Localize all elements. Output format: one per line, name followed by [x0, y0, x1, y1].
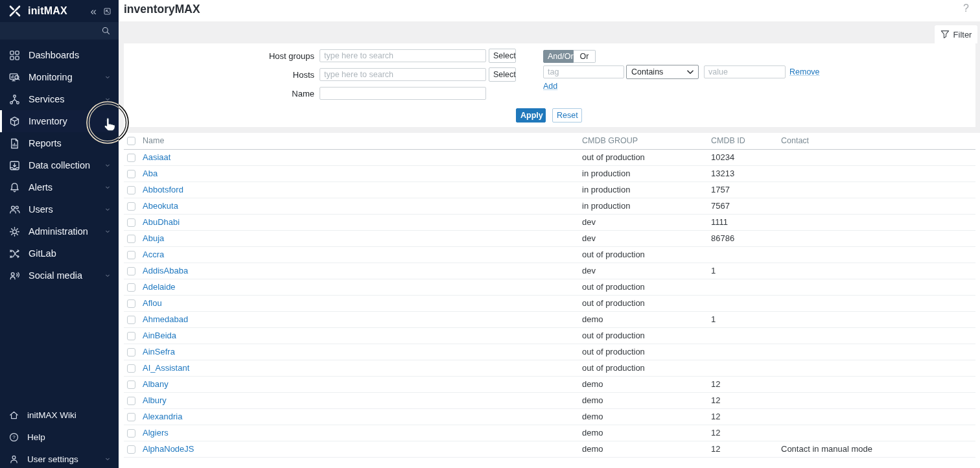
sidebar-item-monitoring[interactable]: Monitoring: [0, 66, 119, 88]
sidebar-item-services[interactable]: Services: [0, 88, 119, 110]
sidebar-item-gitlab[interactable]: GitLab: [0, 242, 119, 264]
host-name-link[interactable]: Ahmedabad: [143, 314, 188, 324]
chevron-down-icon: [106, 229, 112, 234]
sidebar-search[interactable]: [0, 22, 119, 40]
row-checkbox[interactable]: [127, 170, 135, 178]
sidebar-item-data-collection[interactable]: Data collection: [0, 154, 119, 176]
tag-condition-select[interactable]: Contains: [626, 65, 699, 79]
host-name-link[interactable]: Accra: [143, 250, 164, 259]
row-checkbox[interactable]: [127, 380, 135, 389]
hosts-input[interactable]: [320, 68, 486, 81]
chevron-down-icon: [106, 163, 112, 168]
column-header-name[interactable]: Name: [139, 133, 579, 149]
row-checkbox[interactable]: [127, 332, 135, 340]
popout-icon[interactable]: [102, 6, 112, 16]
table-row: AddisAbaba dev 1: [124, 263, 975, 279]
host-name-link[interactable]: Abbotsford: [143, 185, 183, 194]
contact-cell: [778, 181, 975, 198]
row-checkbox[interactable]: [127, 348, 135, 357]
sidebar-item-users[interactable]: Users: [0, 198, 119, 220]
row-checkbox[interactable]: [127, 429, 135, 438]
host-groups-select-button[interactable]: Select: [489, 49, 516, 63]
row-checkbox[interactable]: [127, 283, 135, 292]
tag-input[interactable]: [543, 65, 624, 78]
contact-cell: [778, 165, 975, 181]
hosts-select-button[interactable]: Select: [489, 67, 516, 82]
filter-tab[interactable]: Filter: [935, 25, 977, 43]
cmdb-group-cell: demo: [579, 376, 708, 392]
svg-text:?: ?: [12, 434, 16, 440]
users-icon: [8, 204, 21, 216]
host-name-link[interactable]: Abeokuta: [143, 201, 178, 211]
row-checkbox[interactable]: [127, 413, 135, 421]
host-name-link[interactable]: AlphaNodeJS: [143, 444, 194, 454]
sidebar-item-label: User settings: [27, 454, 78, 464]
chevron-down-icon: [106, 75, 112, 80]
reset-button[interactable]: Reset: [552, 108, 582, 123]
search-icon[interactable]: [101, 26, 111, 36]
operator-and-or-button[interactable]: And/Or: [543, 50, 574, 63]
cmdb-group-cell: out of production: [579, 360, 708, 376]
add-tag-link[interactable]: Add: [543, 82, 557, 91]
sidebar-item-administration[interactable]: Administration: [0, 220, 119, 242]
contact-cell: [778, 263, 975, 279]
host-name-link[interactable]: Alexandria: [143, 412, 182, 421]
sidebar-item-user-settings[interactable]: User settings: [0, 448, 119, 468]
row-checkbox[interactable]: [127, 316, 135, 324]
host-name-link[interactable]: AbuDhabi: [143, 217, 180, 227]
row-checkbox[interactable]: [127, 202, 135, 211]
sidebar-search-input[interactable]: [8, 25, 101, 36]
remove-tag-link[interactable]: Remove: [789, 67, 820, 76]
row-checkbox[interactable]: [127, 186, 135, 194]
operator-or-button[interactable]: Or: [574, 50, 596, 63]
host-name-link[interactable]: Aflou: [143, 298, 162, 308]
sidebar-item-social-media[interactable]: Social media: [0, 264, 119, 287]
host-name-link[interactable]: Aba: [143, 169, 158, 178]
row-checkbox[interactable]: [127, 218, 135, 227]
row-checkbox[interactable]: [127, 397, 135, 405]
contact-cell: [778, 408, 975, 425]
name-input[interactable]: [320, 87, 486, 100]
cmdb-group-cell: in production: [579, 165, 708, 181]
contact-cell: [778, 295, 975, 311]
sidebar-item-reports[interactable]: Reports: [0, 132, 119, 154]
host-name-link[interactable]: AddisAbaba: [143, 266, 188, 275]
host-name-link[interactable]: AI_Assistant: [143, 363, 189, 373]
help-icon[interactable]: ?: [963, 3, 969, 14]
sidebar-item-dashboards[interactable]: Dashboards: [0, 44, 119, 66]
sidebar-item-initmax-wiki[interactable]: initMAX Wiki: [0, 404, 119, 426]
host-name-link[interactable]: AinBeida: [143, 331, 176, 340]
column-header-contact: Contact: [778, 133, 975, 149]
sidebar-item-label: Data collection: [29, 160, 90, 170]
chevron-down-icon: [106, 119, 112, 124]
row-checkbox[interactable]: [127, 267, 135, 275]
table-row: Accra out of production: [124, 246, 975, 263]
host-name-link[interactable]: Abuja: [143, 233, 164, 243]
sidebar-item-help[interactable]: ? Help: [0, 426, 119, 448]
sidebar-item-label: initMAX Wiki: [27, 410, 76, 420]
apply-button[interactable]: Apply: [516, 108, 546, 123]
host-name-link[interactable]: Aasiaat: [143, 152, 170, 162]
sidebar-item-inventory[interactable]: Inventory: [0, 110, 119, 132]
sidebar-item-alerts[interactable]: Alerts: [0, 176, 119, 198]
chevron-down-icon: [106, 457, 112, 462]
cmdb-group-cell: demo: [579, 408, 708, 425]
row-checkbox[interactable]: [127, 364, 135, 373]
collapse-sidebar-icon[interactable]: «: [91, 6, 97, 17]
cmdb-id-cell: 10234: [708, 149, 778, 165]
row-checkbox[interactable]: [127, 235, 135, 243]
row-checkbox[interactable]: [127, 299, 135, 308]
row-checkbox[interactable]: [127, 445, 135, 454]
host-name-link[interactable]: Algiers: [143, 428, 169, 438]
row-checkbox[interactable]: [127, 251, 135, 259]
host-name-link[interactable]: Albury: [143, 395, 167, 405]
select-all-checkbox[interactable]: [127, 137, 135, 145]
row-checkbox[interactable]: [127, 154, 135, 162]
host-name-link[interactable]: AinSefra: [143, 347, 175, 357]
cmdb-id-cell: 12: [708, 425, 778, 441]
cmdb-id-cell: 1111: [708, 214, 778, 230]
host-groups-input[interactable]: [320, 49, 486, 62]
host-name-link[interactable]: Albany: [143, 379, 169, 389]
host-name-link[interactable]: Adelaide: [143, 282, 176, 292]
tag-value-input[interactable]: [704, 65, 786, 78]
